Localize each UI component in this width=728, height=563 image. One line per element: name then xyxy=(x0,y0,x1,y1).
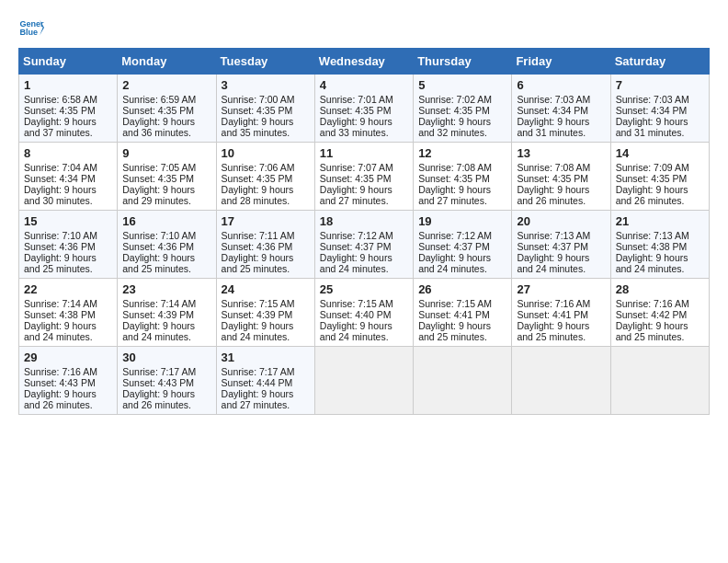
day-number: 1 xyxy=(24,78,112,92)
day-info: Daylight: 9 hours xyxy=(24,320,112,331)
day-number: 24 xyxy=(222,282,310,296)
day-info: and 24 minutes. xyxy=(517,263,605,274)
calendar-cell: 2Sunrise: 6:59 AMSunset: 4:35 PMDaylight… xyxy=(118,75,216,143)
day-info: and 26 minutes. xyxy=(24,399,112,410)
day-info: Sunrise: 7:14 AM xyxy=(122,298,210,309)
day-info: Daylight: 9 hours xyxy=(122,320,210,331)
day-info: Sunset: 4:35 PM xyxy=(122,173,210,184)
day-info: Daylight: 9 hours xyxy=(616,320,704,331)
day-info: and 25 minutes. xyxy=(24,263,112,274)
day-info: Sunset: 4:35 PM xyxy=(616,173,704,184)
day-info: Sunrise: 7:00 AM xyxy=(222,94,310,105)
day-number: 9 xyxy=(122,146,210,160)
day-number: 15 xyxy=(24,214,112,228)
calendar-cell: 12Sunrise: 7:08 AMSunset: 4:35 PMDayligh… xyxy=(414,143,512,211)
day-info: and 37 minutes. xyxy=(24,127,112,138)
day-number: 4 xyxy=(320,78,408,92)
calendar-cell: 9Sunrise: 7:05 AMSunset: 4:35 PMDaylight… xyxy=(118,143,216,211)
day-info: Sunrise: 7:07 AM xyxy=(320,162,408,173)
calendar-table: SundayMondayTuesdayWednesdayThursdayFrid… xyxy=(18,48,710,415)
day-info: Sunrise: 7:03 AM xyxy=(517,94,605,105)
day-info: Daylight: 9 hours xyxy=(517,320,605,331)
day-info: Daylight: 9 hours xyxy=(517,252,605,263)
day-number: 10 xyxy=(222,146,310,160)
calendar-cell: 5Sunrise: 7:02 AMSunset: 4:35 PMDaylight… xyxy=(414,75,512,143)
day-number: 22 xyxy=(24,282,112,296)
day-number: 19 xyxy=(418,214,506,228)
day-info: Sunrise: 6:58 AM xyxy=(24,94,112,105)
day-info: Daylight: 9 hours xyxy=(122,252,210,263)
day-info: and 26 minutes. xyxy=(122,399,210,410)
week-row-3: 15Sunrise: 7:10 AMSunset: 4:36 PMDayligh… xyxy=(19,211,710,279)
day-info: Daylight: 9 hours xyxy=(122,116,210,127)
day-info: Sunset: 4:35 PM xyxy=(222,173,310,184)
col-header-thursday: Thursday xyxy=(414,49,512,75)
day-info: and 33 minutes. xyxy=(320,127,408,138)
day-info: Daylight: 9 hours xyxy=(24,116,112,127)
day-info: Daylight: 9 hours xyxy=(320,116,408,127)
calendar-cell: 24Sunrise: 7:15 AMSunset: 4:39 PMDayligh… xyxy=(216,279,314,347)
day-info: and 27 minutes. xyxy=(222,399,310,410)
col-header-tuesday: Tuesday xyxy=(216,49,314,75)
day-info: Sunset: 4:36 PM xyxy=(122,241,210,252)
calendar-cell: 14Sunrise: 7:09 AMSunset: 4:35 PMDayligh… xyxy=(610,143,709,211)
day-info: and 25 minutes. xyxy=(517,331,605,342)
day-info: Daylight: 9 hours xyxy=(320,320,408,331)
day-number: 6 xyxy=(517,78,605,92)
day-info: Sunrise: 7:03 AM xyxy=(616,94,704,105)
day-info: Sunrise: 7:13 AM xyxy=(517,230,605,241)
day-info: and 25 minutes. xyxy=(418,331,506,342)
calendar-cell xyxy=(414,347,512,415)
day-info: Sunrise: 7:13 AM xyxy=(616,230,704,241)
day-info: Sunset: 4:35 PM xyxy=(222,105,310,116)
day-number: 21 xyxy=(616,214,704,228)
day-number: 23 xyxy=(122,282,210,296)
day-number: 2 xyxy=(122,78,210,92)
calendar-cell: 18Sunrise: 7:12 AMSunset: 4:37 PMDayligh… xyxy=(314,211,413,279)
day-info: and 30 minutes. xyxy=(24,195,112,206)
day-info: Sunrise: 7:08 AM xyxy=(418,162,506,173)
day-info: and 24 minutes. xyxy=(418,263,506,274)
day-info: Sunset: 4:44 PM xyxy=(222,377,310,388)
calendar-cell: 6Sunrise: 7:03 AMSunset: 4:34 PMDaylight… xyxy=(512,75,610,143)
day-info: Sunrise: 7:02 AM xyxy=(418,94,506,105)
day-number: 27 xyxy=(517,282,605,296)
day-number: 13 xyxy=(517,146,605,160)
day-info: Sunrise: 7:04 AM xyxy=(24,162,112,173)
day-info: Sunset: 4:35 PM xyxy=(517,173,605,184)
day-number: 16 xyxy=(122,214,210,228)
day-info: and 24 minutes. xyxy=(320,331,408,342)
day-info: Sunset: 4:35 PM xyxy=(320,173,408,184)
logo: General Blue xyxy=(18,15,48,40)
day-number: 11 xyxy=(320,146,408,160)
day-info: Sunset: 4:38 PM xyxy=(616,241,704,252)
calendar-cell: 4Sunrise: 7:01 AMSunset: 4:35 PMDaylight… xyxy=(314,75,413,143)
day-info: Sunset: 4:43 PM xyxy=(24,377,112,388)
day-info: Daylight: 9 hours xyxy=(517,184,605,195)
calendar-cell: 13Sunrise: 7:08 AMSunset: 4:35 PMDayligh… xyxy=(512,143,610,211)
day-info: Sunset: 4:40 PM xyxy=(320,309,408,320)
day-info: Sunset: 4:35 PM xyxy=(24,105,112,116)
calendar-cell: 22Sunrise: 7:14 AMSunset: 4:38 PMDayligh… xyxy=(19,279,118,347)
week-row-4: 22Sunrise: 7:14 AMSunset: 4:38 PMDayligh… xyxy=(19,279,710,347)
day-info: Daylight: 9 hours xyxy=(222,252,310,263)
day-info: Sunrise: 7:17 AM xyxy=(222,366,310,377)
day-info: and 29 minutes. xyxy=(122,195,210,206)
day-info: Daylight: 9 hours xyxy=(24,388,112,399)
day-info: Sunset: 4:43 PM xyxy=(122,377,210,388)
day-number: 20 xyxy=(517,214,605,228)
day-info: Daylight: 9 hours xyxy=(222,388,310,399)
day-info: Sunset: 4:34 PM xyxy=(517,105,605,116)
day-info: Sunrise: 6:59 AM xyxy=(122,94,210,105)
calendar-cell xyxy=(512,347,610,415)
calendar-cell: 29Sunrise: 7:16 AMSunset: 4:43 PMDayligh… xyxy=(19,347,118,415)
day-info: Sunrise: 7:05 AM xyxy=(122,162,210,173)
calendar-cell: 16Sunrise: 7:10 AMSunset: 4:36 PMDayligh… xyxy=(118,211,216,279)
calendar-cell: 28Sunrise: 7:16 AMSunset: 4:42 PMDayligh… xyxy=(610,279,709,347)
day-info: and 36 minutes. xyxy=(122,127,210,138)
day-info: and 26 minutes. xyxy=(616,195,704,206)
day-info: and 31 minutes. xyxy=(616,127,704,138)
day-info: Sunset: 4:38 PM xyxy=(24,309,112,320)
calendar-cell: 10Sunrise: 7:06 AMSunset: 4:35 PMDayligh… xyxy=(216,143,314,211)
calendar-cell: 17Sunrise: 7:11 AMSunset: 4:36 PMDayligh… xyxy=(216,211,314,279)
